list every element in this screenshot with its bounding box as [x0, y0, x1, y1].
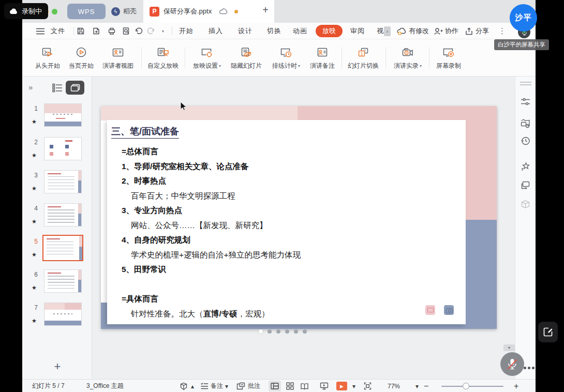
print-preview-icon[interactable]: [122, 23, 131, 39]
zoom-traffic-light[interactable]: [52, 9, 57, 14]
caret-down-icon[interactable]: ▾: [352, 380, 355, 392]
zoom-slider-track[interactable]: [441, 386, 503, 387]
dock-more-dots-icon[interactable]: [524, 367, 535, 369]
tab-docer[interactable]: ϟ 稻壳: [108, 4, 144, 19]
slideshow-ribbon: 从头开始 当页开始 演讲者视图 自定义放映: [22, 39, 536, 77]
properties-sliders-icon[interactable]: [520, 96, 531, 107]
dock-collapse-tab[interactable]: ▾: [503, 344, 515, 351]
menu-tab-slideshow-active[interactable]: 放映: [316, 23, 343, 39]
rehearse-timings-button[interactable]: 排练计时▾: [266, 42, 306, 73]
menu-tab-view[interactable]: 视: [377, 23, 384, 39]
caret-down-icon[interactable]: ▾: [225, 380, 228, 392]
zoom-slider-knob[interactable]: [463, 383, 469, 389]
slide-sorter-view-button[interactable]: [284, 381, 296, 391]
slide-thumbnail-5-selected[interactable]: [42, 235, 83, 261]
slide-thumbnail-1[interactable]: [44, 103, 82, 127]
quickbar-more-caret-icon[interactable]: ▾: [162, 23, 164, 39]
zoom-level[interactable]: 77%: [388, 380, 400, 392]
show-settings-button[interactable]: 放映设置▾: [188, 42, 226, 73]
menu-tab-review[interactable]: 审阅: [350, 23, 365, 39]
slide-deco-blue-corner: [101, 303, 107, 324]
play-slideshow-button[interactable]: ▶: [336, 382, 347, 390]
modified-status[interactable]: 有修改: [396, 23, 429, 39]
animation-star-icon: ★: [32, 318, 37, 324]
theme-box-icon[interactable]: [520, 199, 531, 210]
tab-document[interactable]: P 保研分享会.pptx: [143, 0, 274, 23]
speaker-notes-icon: [316, 46, 329, 59]
rehearse-timings-icon: [279, 46, 293, 59]
custom-show-icon: [156, 46, 170, 59]
slide-switch-button[interactable]: ? 1 幻灯片切换: [344, 42, 383, 73]
collaborate-button[interactable]: 协作: [434, 23, 458, 39]
slide-thumbnail-4[interactable]: [44, 203, 82, 227]
effects-star-icon[interactable]: [520, 161, 531, 172]
slide-thumbnail-2[interactable]: [44, 137, 82, 160]
slide-line: 针对性准备。北大（直博/专硕，宏观）: [131, 307, 466, 322]
outline-list-icon[interactable]: [52, 83, 63, 93]
normal-view-button[interactable]: [269, 381, 281, 391]
menu-tab-insert[interactable]: 插入: [209, 23, 223, 39]
slide-switch-icon: ? 1: [357, 46, 370, 59]
undo-icon[interactable]: [134, 23, 143, 39]
from-current-button[interactable]: 当页开始: [65, 42, 98, 73]
speaker-notes-button[interactable]: 演讲备注: [306, 42, 339, 73]
fullscreen-icon[interactable]: [364, 380, 372, 392]
animation-star-icon: ★: [32, 251, 37, 258]
collapse-panel-icon[interactable]: »: [28, 83, 33, 92]
recording-badge[interactable]: 录制中: [4, 3, 48, 19]
menu-tab-home[interactable]: 开始: [179, 23, 194, 39]
more-options-icon[interactable]: ⋮: [498, 23, 506, 39]
slide-line: =总体而言: [122, 144, 466, 159]
caret-down-icon[interactable]: ▾: [415, 380, 419, 392]
right-tool-panel: [515, 77, 536, 379]
menu-tab-animation[interactable]: 动画: [293, 23, 307, 39]
export-icon[interactable]: [92, 23, 101, 39]
panel-grip-handle[interactable]: [520, 82, 531, 85]
zoom-out-button[interactable]: −: [424, 380, 428, 392]
redo-icon[interactable]: [146, 23, 156, 39]
thumbnail-view-button[interactable]: [66, 81, 84, 95]
play-from-current-statusbar-icon[interactable]: [318, 381, 330, 391]
notes-label[interactable]: 备注: [211, 380, 223, 392]
new-tab-button[interactable]: +: [259, 4, 272, 16]
slide-content-card[interactable]: 三、笔/面试准备 =总体而言 1、导师/研究室相关文章、论点准备 2、时事热点 …: [107, 120, 466, 324]
tab-wps-home[interactable]: WPS: [67, 4, 106, 19]
custom-show-button[interactable]: 自定义放映: [143, 42, 183, 73]
save-icon[interactable]: [76, 23, 85, 39]
hide-slide-button[interactable]: 隐藏幻灯片: [227, 42, 266, 73]
caret-up-icon[interactable]: ▴: [191, 380, 194, 392]
menu-file[interactable]: 文件: [51, 23, 65, 39]
record-lecture-button[interactable]: 演讲实录▾: [389, 42, 427, 73]
duplicate-slide-icon[interactable]: [520, 180, 531, 191]
menu-tab-transition[interactable]: 切换: [267, 23, 281, 39]
docer-icon: ϟ: [111, 7, 120, 16]
share-button[interactable]: 分享: [465, 23, 489, 39]
current-slide[interactable]: 三、笔/面试准备 =总体而言 1、导师/研究室相关文章、论点准备 2、时事热点 …: [101, 106, 497, 329]
print-icon[interactable]: [107, 23, 116, 39]
tab-overflow-chevron-icon[interactable]: ›: [384, 26, 391, 36]
mic-muted-button[interactable]: [500, 352, 524, 376]
notes-icon[interactable]: [200, 380, 209, 392]
slide-title: 三、笔/面试准备: [111, 125, 179, 139]
divider: [342, 48, 342, 68]
history-icon[interactable]: [520, 135, 531, 146]
hamburger-menu-icon[interactable]: [36, 23, 45, 39]
zoom-in-button[interactable]: +: [514, 380, 518, 392]
theme-name[interactable]: 3_Office 主题: [86, 380, 124, 392]
comments-label[interactable]: 批注: [248, 380, 260, 392]
from-beginning-button[interactable]: 从头开始: [31, 42, 64, 73]
user-avatar[interactable]: 沙平: [510, 4, 537, 32]
menu-tab-design[interactable]: 设计: [238, 23, 253, 39]
share-icon: [465, 27, 473, 36]
screen-record-button[interactable]: 屏幕录制: [432, 42, 465, 73]
comments-icon[interactable]: [236, 380, 245, 392]
slide-thumbnail-7[interactable]: [44, 303, 82, 326]
theme-cube-icon[interactable]: [180, 380, 188, 392]
reading-view-button[interactable]: [298, 381, 310, 391]
add-slide-button[interactable]: +: [51, 360, 64, 373]
design-template-icon[interactable]: [520, 118, 531, 129]
annotate-pen-button[interactable]: [538, 322, 558, 342]
presenter-view-button[interactable]: 演讲者视图: [98, 42, 138, 73]
slide-thumbnail-6[interactable]: [44, 269, 82, 293]
slide-thumbnail-3[interactable]: [44, 170, 82, 193]
